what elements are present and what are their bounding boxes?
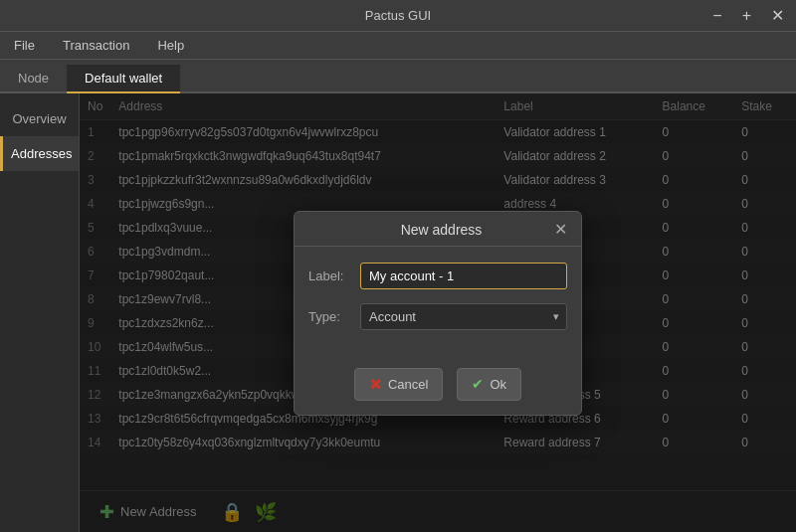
dialog-footer: ✖ Cancel ✔ Ok [295, 360, 581, 415]
menu-transaction[interactable]: Transaction [57, 36, 135, 55]
main-layout: Overview Addresses No Address Label Bala… [0, 93, 796, 532]
dialog-close-button[interactable]: ✕ [554, 222, 567, 238]
type-form-row: Type: Account Validator ▾ [308, 303, 567, 330]
tab-default-wallet[interactable]: Default wallet [67, 65, 180, 93]
dialog-body: Label: Type: Account Validator ▾ [295, 247, 581, 360]
menu-help[interactable]: Help [151, 36, 190, 55]
app-title: Pactus GUI [365, 8, 431, 23]
dialog-header: New address ✕ [295, 212, 581, 247]
cancel-label: Cancel [388, 377, 428, 392]
modal-overlay: New address ✕ Label: Type: Account Valid… [80, 93, 796, 532]
label-field-label: Label: [308, 268, 360, 283]
type-select[interactable]: Account Validator [360, 303, 567, 330]
window-controls: − + ✕ [708, 8, 788, 24]
type-field-label: Type: [308, 309, 360, 324]
tab-node[interactable]: Node [0, 65, 67, 93]
maximize-button[interactable]: + [738, 8, 755, 24]
ok-label: Ok [490, 377, 506, 392]
minimize-button[interactable]: − [708, 8, 725, 24]
tab-bar: Node Default wallet [0, 60, 796, 93]
sidebar-item-addresses[interactable]: Addresses [0, 136, 79, 171]
close-button[interactable]: ✕ [767, 8, 788, 24]
cancel-button[interactable]: ✖ Cancel [354, 368, 443, 401]
dialog-title: New address [328, 222, 554, 238]
menu-file[interactable]: File [8, 36, 41, 55]
label-form-row: Label: [308, 263, 567, 289]
ok-icon: ✔ [472, 376, 484, 392]
type-select-wrapper: Account Validator ▾ [360, 303, 567, 330]
ok-button[interactable]: ✔ Ok [457, 368, 521, 401]
sidebar-item-overview[interactable]: Overview [0, 101, 79, 136]
content-area: No Address Label Balance Stake 1 tpc1pgp… [80, 93, 796, 532]
sidebar: Overview Addresses [0, 93, 80, 532]
label-input[interactable] [360, 263, 567, 289]
cancel-icon: ✖ [369, 375, 382, 394]
title-bar: Pactus GUI − + ✕ [0, 0, 796, 32]
new-address-dialog: New address ✕ Label: Type: Account Valid… [294, 211, 582, 416]
menu-bar: File Transaction Help [0, 32, 796, 60]
